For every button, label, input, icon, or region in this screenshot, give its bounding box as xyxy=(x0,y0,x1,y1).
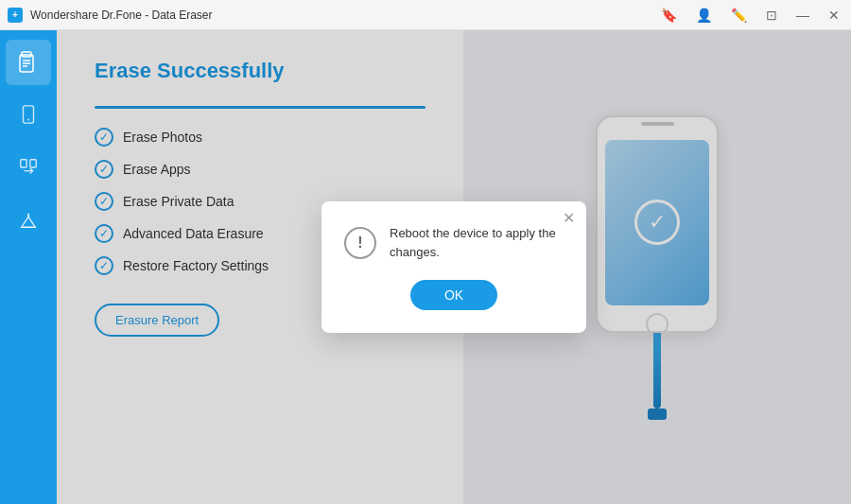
window-title: Wondershare Dr.Fone - Data Eraser xyxy=(30,9,657,22)
restore-icon[interactable]: ⊡ xyxy=(762,6,781,25)
account-icon[interactable]: 👤 xyxy=(692,6,716,25)
svg-point-6 xyxy=(27,118,29,120)
edit-icon[interactable]: ✏️ xyxy=(727,6,751,25)
dialog-footer: OK xyxy=(344,280,564,310)
content-area: Erase Successfully ✓ Erase Photos ✓ Eras… xyxy=(57,30,851,504)
phone-manager-icon xyxy=(18,104,39,128)
window-controls: 🔖 👤 ✏️ ⊡ — ✕ xyxy=(657,6,843,25)
app-icon: + xyxy=(8,8,23,23)
minimize-button[interactable]: — xyxy=(792,6,813,25)
sidebar xyxy=(0,30,57,504)
sidebar-item-phone-manager[interactable] xyxy=(6,93,51,138)
toolkit-icon xyxy=(18,210,39,234)
close-button[interactable]: ✕ xyxy=(825,6,843,25)
ok-button[interactable]: OK xyxy=(410,280,497,310)
svg-rect-5 xyxy=(24,105,34,122)
sidebar-item-data-eraser[interactable] xyxy=(6,40,51,85)
dialog-overlay: ✕ ! Reboot the device to apply the chang… xyxy=(57,30,851,504)
dialog-message: Reboot the device to apply the changes. xyxy=(390,224,564,261)
sidebar-item-toolkit[interactable] xyxy=(6,199,51,244)
warning-icon: ! xyxy=(344,227,376,259)
svg-rect-7 xyxy=(21,159,26,166)
svg-rect-8 xyxy=(30,159,36,166)
main-layout: Erase Successfully ✓ Erase Photos ✓ Eras… xyxy=(0,30,851,504)
bookmark-icon[interactable]: 🔖 xyxy=(657,6,681,25)
transfer-icon xyxy=(18,157,39,181)
titlebar: + Wondershare Dr.Fone - Data Eraser 🔖 👤 … xyxy=(0,0,851,30)
data-eraser-icon xyxy=(17,50,40,76)
reboot-dialog: ✕ ! Reboot the device to apply the chang… xyxy=(321,201,586,333)
sidebar-item-transfer[interactable] xyxy=(6,146,51,191)
dialog-body: ! Reboot the device to apply the changes… xyxy=(344,224,564,261)
dialog-close-button[interactable]: ✕ xyxy=(563,211,575,226)
